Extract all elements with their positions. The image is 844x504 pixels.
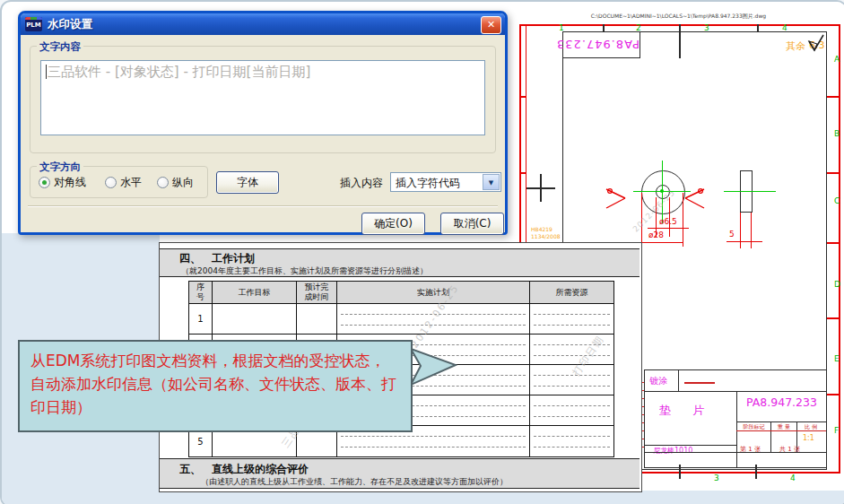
- dialog-body: 文字内容 三品软件 - [对象状态] - 打印日期[当前日期] 文字方向 对角线…: [21, 35, 505, 232]
- chevron-down-icon[interactable]: ▼: [483, 174, 500, 190]
- title-block: 镀涂 垫 片 PA8.947.233 阶段标记 重 量 比 例 1:1 尼龙棒1…: [644, 369, 827, 468]
- plm-icon-text: PLM: [26, 22, 41, 29]
- part-name: 垫 片: [659, 403, 713, 419]
- zone-label: 3: [704, 24, 709, 32]
- surface-finish-icon: [807, 34, 825, 52]
- radio-vertical[interactable]: 纵向: [157, 175, 194, 190]
- dim-line: [648, 228, 689, 229]
- ok-button[interactable]: 确定(O): [361, 213, 425, 235]
- radio-label: 水平: [120, 175, 142, 190]
- dim-label-outer: ø28: [648, 231, 664, 239]
- dim-line: [727, 241, 762, 242]
- table-header: 序号: [189, 282, 213, 304]
- title-block-line: [645, 391, 826, 392]
- table-cell: [530, 304, 613, 335]
- radio-label: 对角线: [54, 175, 86, 190]
- zone-tick: [827, 172, 840, 174]
- radio-icon: [39, 177, 50, 188]
- radio-diagonal[interactable]: 对角线: [39, 175, 86, 190]
- scale-value: 1:1: [803, 434, 814, 442]
- part-number: PA8.947.233: [737, 395, 826, 409]
- material-label: 尼龙棒1010: [653, 446, 692, 456]
- dialog-titlebar[interactable]: PLM 水印设置 ✕: [21, 13, 505, 35]
- cad-file-path: C:\DOCUME~1\ADMINI~1\LOCALS~1\Temp\PA8.9…: [511, 13, 844, 21]
- watermark-text-input[interactable]: 三品软件 - [对象状态] - 打印日期[当前日期]: [40, 60, 485, 135]
- table-cell: [530, 395, 613, 426]
- plm-app-icon: PLM: [25, 17, 42, 31]
- close-icon[interactable]: ✕: [481, 16, 501, 34]
- stamp-line: 1134/2008: [531, 233, 561, 240]
- zone-tick: [679, 24, 681, 58]
- callout-bubble: 从EDM系统打印图文档资料，根据文档的受控状态，自动添加水印信息（如公司名称、文…: [18, 340, 413, 432]
- zone-label: A: [834, 56, 840, 64]
- table-header: 工作目标: [213, 282, 297, 304]
- zone-tick: [827, 317, 840, 319]
- zone-tick: [757, 24, 759, 31]
- stamp-line: HB4219: [531, 226, 561, 233]
- text-content-group-label: 文字内容: [37, 40, 83, 54]
- flipped-part-number-box: PA8.947.233: [562, 31, 640, 58]
- zone-label: D: [834, 281, 840, 289]
- dialog-title: 水印设置: [48, 17, 92, 32]
- zone-label: 3: [714, 474, 719, 482]
- centerline: [724, 191, 776, 192]
- text-direction-group-label: 文字方向: [37, 161, 83, 174]
- table-cell: [213, 304, 297, 335]
- section4-title: 四、 工作计划: [179, 251, 255, 266]
- dim-line: [641, 242, 683, 243]
- coating-label: 镀涂: [649, 375, 667, 387]
- text-caret: [46, 65, 47, 79]
- table-cell: [530, 426, 613, 456]
- section5-note: （由述职人的直线上级从工作业绩、工作能力、存在不足及改进建议等方面加以评价）: [201, 476, 508, 488]
- radio-icon: [105, 177, 117, 188]
- zone-tick: [827, 394, 840, 395]
- zone-tick: [603, 24, 605, 31]
- zone-label: B: [834, 130, 840, 138]
- table-header: 预计完成时间: [297, 282, 337, 304]
- radio-icon: [157, 177, 169, 188]
- table-header: 实施计划: [337, 282, 530, 304]
- coating-value-line: [684, 382, 715, 384]
- watermark-placeholder-text: 三品软件 - [对象状态] - 打印日期[当前日期]: [48, 64, 310, 80]
- surface-finish-mark-icon: [604, 187, 627, 210]
- font-button[interactable]: 字体: [216, 171, 279, 194]
- insert-content-dropdown[interactable]: 插入字符代码 ▼: [390, 172, 501, 192]
- section4-note: （就2004年度主要工作目标、实施计划及所需资源等进行分别描述）: [181, 265, 428, 277]
- callout-text: 从EDM系统打印图文档资料，根据文档的受控状态，自动添加水印信息（如公司名称、文…: [20, 342, 411, 427]
- watermark-settings-dialog: PLM 水印设置 ✕ 文字内容 三品软件 - [对象状态] - 打印日期[当前日…: [18, 11, 508, 235]
- divider: [28, 205, 498, 207]
- stamp-text: HB4219 1134/2008: [531, 226, 561, 241]
- dim-line: [751, 213, 752, 248]
- screenshot-root: C:\DOCUME~1\ADMINI~1\LOCALS~1\Temp\PA8.9…: [0, 0, 844, 504]
- dim-label-inner: ø6.5: [659, 218, 677, 226]
- zone-label: E: [834, 355, 840, 363]
- cancel-button[interactable]: 取消(C): [440, 213, 504, 235]
- table-header: 所需资源: [530, 282, 613, 304]
- title-block-line: [645, 452, 826, 453]
- surface-note-label: 其余: [786, 39, 805, 53]
- dim-label-thickness: 5: [729, 230, 735, 239]
- zone-tick: [519, 172, 526, 174]
- zone-tick: [519, 96, 526, 98]
- insert-content-label: 插入内容: [340, 176, 383, 191]
- table-cell: [297, 304, 337, 335]
- zone-label: C: [834, 197, 840, 205]
- zone-label: 4: [790, 474, 796, 482]
- zone-label: 4: [782, 24, 787, 32]
- surface-finish-mark-icon: [683, 187, 707, 210]
- zone-tick: [827, 242, 840, 244]
- callout-arrow-icon: [411, 345, 457, 388]
- dim-line: [740, 213, 741, 248]
- section4-band: 四、 工作计划 （就2004年度主要工作目标、实施计划及所需资源等进行分别描述）: [160, 248, 640, 277]
- radio-horizontal[interactable]: 水平: [105, 175, 142, 190]
- frame-line: [839, 24, 840, 473]
- section5-band: 五、 直线上级的综合评价 （由述职人的直线上级从工作业绩、工作能力、存在不足及改…: [160, 458, 640, 489]
- zone-label: F: [834, 427, 839, 435]
- section5-title: 五、 直线上级的综合评价: [179, 462, 309, 477]
- title-block-line: [736, 430, 826, 431]
- title-block-line: [736, 421, 826, 422]
- flipped-part-number: PA8.947.233: [562, 31, 640, 57]
- plus-mark: [540, 174, 542, 202]
- zone-tick: [827, 96, 840, 98]
- title-block-line: [678, 370, 679, 391]
